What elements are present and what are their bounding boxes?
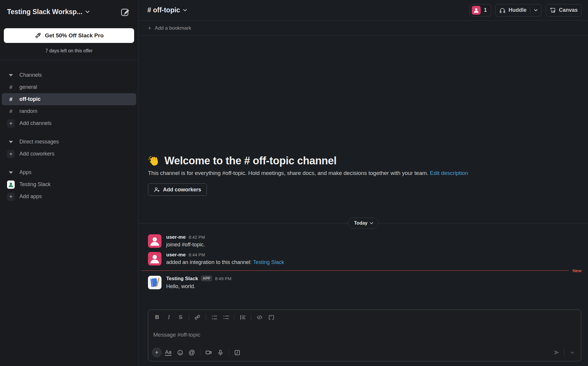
canvas-button[interactable]: Canvas [546, 4, 582, 16]
apps-section-label: Apps [19, 169, 31, 176]
welcome-title-text: Welcome to the # off-topic channel [164, 155, 337, 167]
dm-section-header[interactable]: Direct messages [2, 136, 136, 148]
notebook-icon [148, 276, 161, 289]
bulleted-list-button[interactable] [221, 312, 231, 322]
svg-text:1: 1 [211, 315, 213, 317]
message-pane[interactable]: Welcome to the # off-topic channel This … [138, 36, 588, 308]
add-coworkers-sidebar-button[interactable]: + Add coworkers [2, 148, 136, 160]
sidebar-item-app-testing-slack[interactable]: Testing Slack [2, 178, 136, 190]
person-icon [149, 235, 161, 247]
emoji-icon [177, 349, 184, 356]
channel-welcome: Welcome to the # off-topic channel This … [138, 155, 588, 196]
sidebar-nav: Channels # general # off-topic # random … [0, 60, 138, 203]
video-clip-button[interactable] [203, 347, 214, 357]
user-avatar[interactable] [148, 234, 161, 248]
send-divider [564, 349, 564, 356]
add-coworkers-button[interactable]: Add coworkers [148, 183, 207, 196]
section-collapse-icon [9, 74, 13, 76]
rocket-icon [34, 32, 41, 39]
message-username[interactable]: Testing Slack [166, 276, 198, 282]
compose-icon [120, 7, 130, 17]
edit-description-link[interactable]: Edit description [430, 170, 468, 176]
promo-section: Get 50% Off Slack Pro 7 days left on thi… [0, 22, 138, 54]
channel-name: random [19, 108, 37, 114]
slack-app: Testing Slack Worksp... Get 50% Off Slac… [0, 0, 588, 366]
channels-section-header[interactable]: Channels [2, 69, 136, 81]
message-text: joined #off-topic. [166, 242, 205, 248]
channel-title: # off-topic [147, 6, 180, 14]
mention-button[interactable]: @ [186, 347, 197, 357]
link-icon [194, 314, 201, 320]
italic-button[interactable]: I [164, 312, 174, 322]
code-block-button[interactable] [266, 312, 276, 322]
message-row[interactable]: user-me 8:44 PM added an integration to … [138, 250, 588, 268]
upgrade-pro-label: Get 50% Off Slack Pro [45, 32, 104, 39]
bold-button[interactable]: B [152, 312, 162, 322]
sidebar-item-channel-random[interactable]: # random [2, 105, 136, 117]
new-message-button[interactable] [119, 5, 132, 19]
channel-header: # off-topic 1 [138, 0, 588, 21]
add-apps-button[interactable]: + Add apps [2, 190, 136, 203]
chevron-down-icon [370, 222, 373, 224]
send-button[interactable] [551, 347, 562, 357]
person-icon [473, 7, 479, 14]
workspace-switcher[interactable]: Testing Slack Worksp... [7, 8, 90, 16]
integration-link[interactable]: Testing Slack [253, 259, 284, 265]
user-avatar[interactable] [148, 252, 161, 265]
welcome-heading: Welcome to the # off-topic channel [148, 155, 578, 167]
new-messages-divider: New [138, 268, 588, 274]
channel-description-text: This channel is for everything #off-topi… [148, 170, 428, 176]
add-bookmark-label: Add a bookmark [155, 25, 191, 31]
date-divider-button[interactable]: Today [348, 218, 379, 229]
message-timestamp[interactable]: 8:42 PM [189, 235, 205, 240]
canvas-label: Canvas [559, 7, 578, 13]
upgrade-pro-button[interactable]: Get 50% Off Slack Pro [4, 28, 134, 43]
member-count-button[interactable]: 1 [469, 4, 491, 16]
add-bookmark-button[interactable]: + Add a bookmark [138, 21, 588, 36]
code-button[interactable] [254, 312, 265, 322]
svg-text:2: 2 [211, 317, 213, 320]
apps-section-header[interactable]: Apps [2, 166, 136, 178]
channel-title-button[interactable]: # off-topic [147, 6, 187, 14]
chevron-down-icon [183, 9, 187, 11]
new-divider-line [141, 270, 569, 271]
huddle-button[interactable]: Huddle [495, 4, 542, 16]
send-options-button[interactable] [567, 347, 577, 357]
video-camera-icon [205, 349, 212, 356]
sidebar-item-channel-off-topic[interactable]: # off-topic [2, 93, 136, 105]
formatting-toggle-button[interactable]: Aa [163, 347, 174, 357]
add-apps-label: Add apps [19, 193, 42, 200]
toolbar-divider [206, 314, 206, 321]
emoji-button[interactable] [175, 347, 185, 357]
sidebar-item-channel-general[interactable]: # general [2, 81, 136, 93]
plus-icon: + [7, 193, 15, 201]
blockquote-button[interactable] [237, 312, 248, 322]
message-row[interactable]: user-me 8:42 PM joined #off-topic. [138, 232, 588, 250]
message-timestamp[interactable]: 8:44 PM [189, 252, 205, 257]
strikethrough-button[interactable]: S [175, 312, 186, 322]
formatting-toolbar: B I S 1 2 [148, 310, 581, 322]
add-channels-button[interactable]: + Add channels [2, 117, 136, 129]
message-username[interactable]: user-me [166, 234, 186, 240]
shortcuts-button[interactable] [232, 347, 242, 357]
channel-description: This channel is for everything #off-topi… [148, 170, 578, 176]
huddle-options-button[interactable] [530, 9, 541, 11]
bulleted-list-icon [223, 314, 229, 321]
headphones-icon [499, 7, 506, 14]
message-timestamp[interactable]: 8:49 PM [215, 276, 231, 281]
app-avatar[interactable] [148, 276, 161, 289]
workspace-name: Testing Slack Worksp... [7, 8, 82, 16]
add-channels-label: Add channels [19, 120, 51, 126]
ordered-list-button[interactable]: 1 2 [209, 312, 219, 322]
audio-clip-button[interactable] [215, 347, 226, 357]
hash-icon: # [7, 84, 15, 91]
message-input[interactable] [153, 332, 576, 338]
channels-section-label: Channels [19, 72, 42, 78]
channel-name: general [19, 84, 37, 90]
attach-button[interactable]: + [152, 347, 162, 357]
message-row[interactable]: Testing Slack APP 8:49 PM Hello, world. [138, 274, 588, 292]
toolbar-divider [189, 314, 189, 321]
link-button[interactable] [192, 312, 203, 322]
message-username[interactable]: user-me [166, 252, 186, 258]
app-badge: APP [201, 275, 212, 281]
